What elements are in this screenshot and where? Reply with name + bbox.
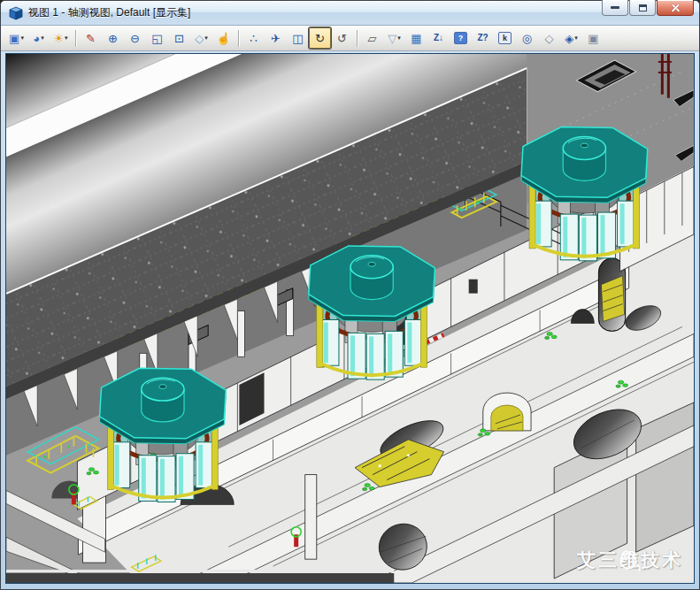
scene-3d bbox=[6, 54, 694, 583]
minimize-icon bbox=[611, 6, 619, 9]
lighting-icon: ☀ bbox=[53, 33, 64, 44]
window-title: 视图 1 - 轴测视图, Default [显示集] bbox=[28, 5, 602, 20]
view-canvas[interactable]: 艾三维技术 bbox=[5, 53, 695, 584]
view-display-mode-button[interactable]: ▣▾ bbox=[5, 27, 27, 49]
restore-button[interactable] bbox=[629, 0, 656, 16]
isolate-element-icon: ◈ bbox=[565, 33, 573, 44]
minimize-button[interactable] bbox=[602, 0, 628, 16]
render-mode-icon: ◕ bbox=[33, 33, 40, 44]
zoom-window-button[interactable]: ◱ bbox=[146, 27, 168, 49]
window-icon bbox=[9, 6, 23, 20]
keyin-browser-button[interactable]: k bbox=[494, 27, 516, 49]
close-button[interactable] bbox=[657, 0, 694, 16]
clip-volume-icon: ▽ bbox=[388, 33, 396, 44]
view-attributes-button[interactable]: ? bbox=[450, 27, 472, 49]
turret-1 bbox=[100, 368, 227, 502]
viewport-frame: 艾三维技术 bbox=[1, 51, 699, 589]
dropdown-arrow-icon: ▾ bbox=[574, 34, 578, 42]
zoom-out-icon: ⊖ bbox=[130, 33, 140, 44]
restore-icon bbox=[639, 4, 647, 11]
zoom-window-icon: ◱ bbox=[151, 33, 162, 44]
view-orientation-icon: ◇ bbox=[195, 33, 204, 44]
zoom-in-icon: ⊕ bbox=[108, 33, 118, 44]
view-display-mode-icon: ▣ bbox=[9, 33, 19, 44]
fit-view-icon: ⊡ bbox=[174, 33, 184, 44]
dropdown-arrow-icon: ▾ bbox=[65, 34, 68, 42]
zoom-out-button[interactable]: ⊖ bbox=[124, 27, 146, 49]
toolbar: ▣▾◕▾☀▾✎⊕⊖◱⊡◇▾☝∴✈◫↻↺▱▽▾▦Z↓?Z?k◎◇◈▾▣ bbox=[1, 26, 699, 51]
orbit-geographic-icon: ↺ bbox=[337, 33, 347, 44]
screen-view-icon: ◫ bbox=[292, 33, 303, 44]
view-window: 视图 1 - 轴测视图, Default [显示集] ▣▾◕▾☀▾✎⊕⊖◱⊡◇▾… bbox=[0, 0, 700, 590]
fit-view-button[interactable]: ⊡ bbox=[168, 27, 190, 49]
grid-display-icon: ▦ bbox=[411, 33, 421, 44]
display-style-icon: ◇ bbox=[545, 33, 554, 44]
window-controls bbox=[602, 0, 694, 16]
toolbar-separator bbox=[75, 30, 76, 47]
grid-display-button[interactable]: ▦ bbox=[405, 27, 427, 49]
update-view-button[interactable]: ✎ bbox=[80, 27, 102, 49]
change-z-button[interactable]: Z↓ bbox=[427, 27, 450, 49]
viewport-layout-icon: ▱ bbox=[368, 33, 377, 44]
orbit-geographic-button[interactable]: ↺ bbox=[331, 27, 353, 49]
titlebar[interactable]: 视图 1 - 轴测视图, Default [显示集] bbox=[1, 1, 699, 26]
turret-2 bbox=[309, 246, 435, 379]
render-mode-button[interactable]: ◕▾ bbox=[27, 27, 50, 49]
toolbar-separator bbox=[357, 30, 358, 47]
dropdown-arrow-icon: ▾ bbox=[204, 34, 208, 42]
find-element-button[interactable]: ◎ bbox=[516, 27, 538, 49]
pan-button[interactable]: ☝ bbox=[212, 27, 235, 49]
clip-element-button[interactable]: ▣ bbox=[582, 27, 604, 49]
turret-3 bbox=[521, 127, 648, 261]
keyin-browser-icon: k bbox=[498, 32, 511, 44]
update-view-icon: ✎ bbox=[86, 33, 96, 44]
toolbar-separator bbox=[238, 30, 239, 47]
dropdown-arrow-icon: ▾ bbox=[397, 34, 401, 42]
display-style-button[interactable]: ◇ bbox=[538, 27, 560, 49]
fly-icon: ✈ bbox=[271, 33, 281, 44]
change-z-icon: Z↓ bbox=[434, 34, 443, 42]
viewport-layout-button[interactable]: ▱ bbox=[361, 27, 383, 49]
isolate-element-button[interactable]: ◈▾ bbox=[560, 27, 582, 49]
dropdown-arrow-icon: ▾ bbox=[20, 34, 24, 42]
orbit-button[interactable]: ↻ bbox=[309, 27, 331, 49]
query-z-icon: Z? bbox=[477, 34, 488, 42]
walk-icon: ∴ bbox=[250, 33, 257, 44]
clip-volume-button[interactable]: ▽▾ bbox=[383, 27, 405, 49]
dropdown-arrow-icon: ▾ bbox=[41, 34, 44, 42]
screen-view-button[interactable]: ◫ bbox=[287, 27, 309, 49]
zoom-in-button[interactable]: ⊕ bbox=[102, 27, 124, 49]
fly-button[interactable]: ✈ bbox=[265, 27, 287, 49]
clip-element-icon: ▣ bbox=[588, 33, 598, 44]
find-element-icon: ◎ bbox=[522, 33, 532, 44]
orbit-icon: ↻ bbox=[315, 33, 325, 44]
query-z-button[interactable]: Z? bbox=[472, 27, 494, 49]
view-attributes-icon: ? bbox=[454, 32, 467, 44]
walk-button[interactable]: ∴ bbox=[242, 27, 265, 49]
view-orientation-button[interactable]: ◇▾ bbox=[190, 27, 212, 49]
pan-icon: ☝ bbox=[216, 33, 230, 44]
close-icon bbox=[671, 3, 681, 12]
lighting-button[interactable]: ☀▾ bbox=[50, 27, 72, 49]
